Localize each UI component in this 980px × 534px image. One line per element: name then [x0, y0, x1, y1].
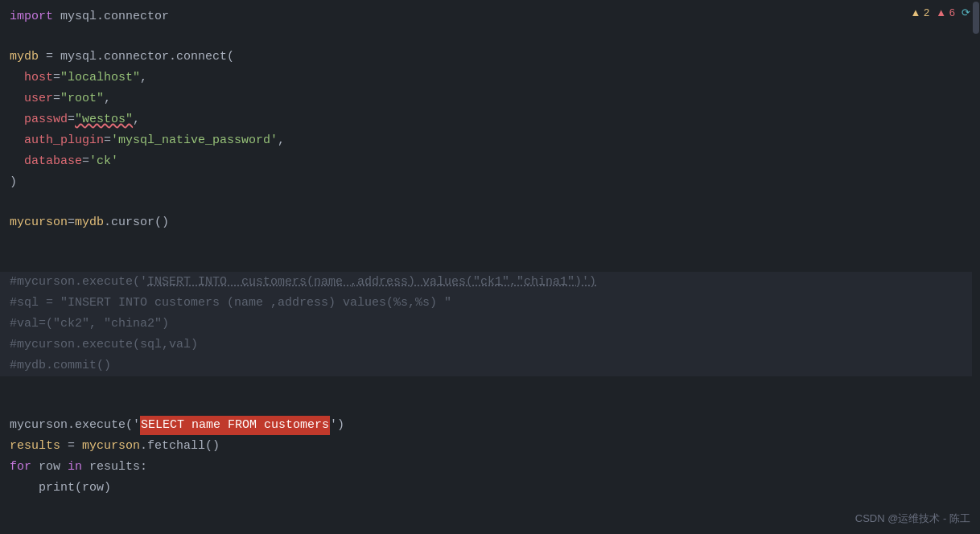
scrollbar[interactable] [972, 0, 980, 534]
empty-line-12 [0, 233, 980, 253]
code-line-16: #val=("ck2", "china2") [0, 314, 980, 335]
sql-highlight: SELECT name FROM customers [140, 416, 330, 435]
code-line-17: #mycurson.execute(sql,val) [0, 335, 980, 355]
code-line-1: import mysql.connector [0, 6, 980, 27]
code-line-14: #mycurson.execute('INSERT INTO customers… [0, 272, 980, 293]
code-line-8: database='ck' [0, 151, 980, 172]
empty-line-19 [0, 376, 980, 396]
scrollbar-thumb[interactable] [973, 2, 979, 34]
empty-line-10 [0, 193, 980, 212]
author-label: CSDN @运维技术 - 陈工 [855, 511, 970, 526]
code-line-7: auth_plugin='mysql_native_password', [0, 130, 980, 151]
code-line-6: passwd="westos", [0, 109, 980, 130]
empty-line-20 [0, 396, 980, 415]
code-line-18: #mydb.commit() [0, 355, 980, 376]
status-badges: ▲ 2 ▲ 6 ⟳ [911, 6, 970, 18]
empty-line-13 [0, 253, 980, 272]
warning-badge: ▲ 2 [911, 6, 930, 18]
sync-badge: ⟳ [961, 6, 970, 18]
keyword-import: import [10, 7, 53, 27]
code-line-24: print(row) [0, 478, 980, 499]
code-line-15: #sql = "INSERT INTO customers (name ,add… [0, 293, 980, 314]
code-line-5: user="root", [0, 88, 980, 109]
code-line-22: results = mycurson.fetchall() [0, 436, 980, 457]
code-line-11: mycurson=mydb.cursor() [0, 212, 980, 233]
error-badge: ▲ 6 [936, 6, 955, 18]
empty-line-2 [0, 27, 980, 47]
code-line-21: mycurson.execute('SELECT name FROM custo… [0, 415, 980, 436]
code-editor: ▲ 2 ▲ 6 ⟳ import mysql.connector mydb = … [0, 0, 980, 534]
code-line-3: mydb = mysql.connector.connect( [0, 47, 980, 68]
code-line-4: host="localhost", [0, 68, 980, 88]
code-line-9: ) [0, 172, 980, 193]
code-line-23: for row in results: [0, 457, 980, 478]
